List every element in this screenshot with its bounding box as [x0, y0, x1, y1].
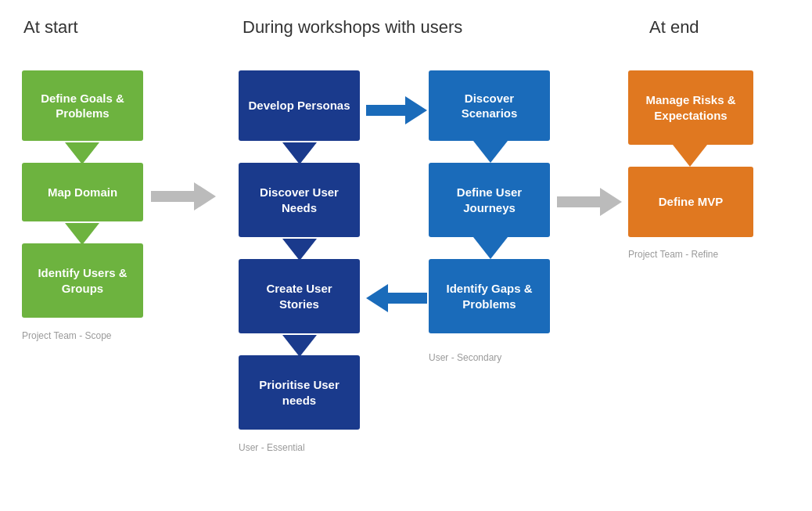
- label-project-team-refine: Project Team - Refine: [628, 249, 718, 260]
- arrow-user-needs-down: [282, 239, 317, 261]
- box-discover-scenarios: Discover Scenarios: [429, 70, 550, 141]
- box-identify-gaps: Identify Gaps & Problems: [429, 259, 550, 333]
- arrow-risks-down: [673, 145, 707, 167]
- box-map-domain: Map Domain: [22, 163, 143, 221]
- arrow-during-to-end: [557, 188, 622, 216]
- arrow-journeys-down: [473, 237, 508, 259]
- box-create-user-stories: Create User Stories: [239, 259, 360, 333]
- box-prioritise-user-needs: Prioritise User needs: [239, 355, 360, 430]
- box-develop-personas: Develop Personas: [239, 70, 360, 141]
- header-at-start: At start: [23, 17, 78, 37]
- box-discover-user-needs: Discover User Needs: [239, 163, 360, 237]
- arrow-gaps-to-stories: [366, 284, 427, 312]
- box-manage-risks: Manage Risks & Expectations: [628, 70, 753, 145]
- arrow-personas-down: [282, 142, 317, 164]
- arrow-map-domain-down: [65, 223, 99, 245]
- box-define-mvp: Define MVP: [628, 167, 753, 237]
- box-define-user-journeys: Define User Journeys: [429, 163, 550, 237]
- header-at-end: At end: [649, 17, 699, 37]
- label-user-secondary: User - Secondary: [429, 352, 501, 363]
- arrow-define-goals-down: [65, 142, 99, 164]
- arrow-start-to-during: [151, 182, 216, 211]
- header-during-workshops: During workshops with users: [243, 17, 462, 37]
- box-define-goals: Define Goals & Problems: [22, 70, 143, 141]
- arrow-personas-to-scenarios: [366, 96, 427, 124]
- label-user-essential: User - Essential: [239, 442, 305, 453]
- arrow-scenarios-down: [473, 141, 508, 163]
- label-project-team-scope: Project Team - Scope: [22, 330, 112, 341]
- arrow-user-stories-down: [282, 335, 317, 357]
- box-identify-users: Identify Users & Groups: [22, 243, 143, 318]
